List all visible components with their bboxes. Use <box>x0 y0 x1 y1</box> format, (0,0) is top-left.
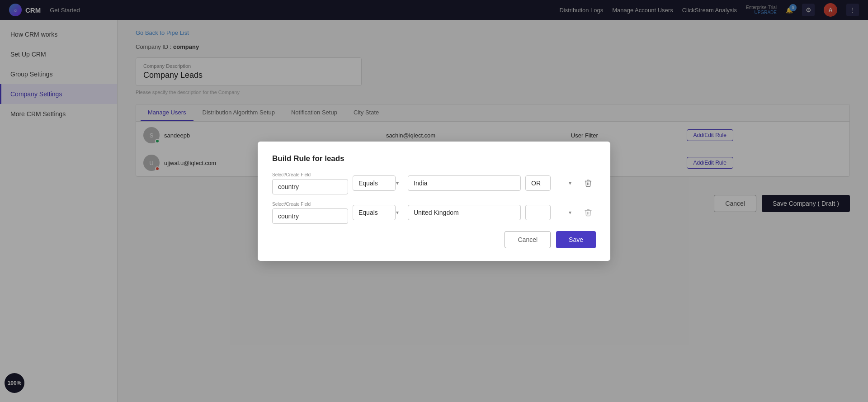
connector-select-wrap-2: OR AND <box>525 205 576 220</box>
rule-field-label-1: Select/Create Field <box>272 172 348 177</box>
connector-select-1[interactable]: OR AND <box>525 175 551 191</box>
rule-field-wrap-1: Select/Create Field <box>272 172 348 194</box>
modal-overlay: Build Rule for leads Select/Create Field… <box>0 0 868 402</box>
rule-field-input-1[interactable] <box>272 179 348 194</box>
rule-value-input-1[interactable] <box>408 175 521 191</box>
modal-save-button[interactable]: Save <box>556 231 596 248</box>
rule-value-input-2[interactable] <box>408 205 521 220</box>
modal-cancel-button[interactable]: Cancel <box>505 231 551 248</box>
rule-field-label-2: Select/Create Field <box>272 202 348 207</box>
trash-icon-1 <box>584 179 592 187</box>
operator-select-wrap-2: Equals Not Equals Contains <box>353 205 403 220</box>
connector-select-2[interactable]: OR AND <box>525 205 551 220</box>
delete-rule-btn-1[interactable] <box>580 177 596 189</box>
operator-select-2[interactable]: Equals Not Equals Contains <box>353 205 396 220</box>
delete-rule-btn-2[interactable] <box>580 207 596 218</box>
rule-row-2: Select/Create Field Equals Not Equals Co… <box>272 202 596 224</box>
trash-icon-2 <box>584 208 592 217</box>
operator-select-1[interactable]: Equals Not Equals Contains <box>353 175 396 191</box>
operator-select-wrap-1: Equals Not Equals Contains <box>353 175 403 191</box>
rule-field-wrap-2: Select/Create Field <box>272 202 348 224</box>
build-rule-modal: Build Rule for leads Select/Create Field… <box>258 142 610 261</box>
modal-title: Build Rule for leads <box>272 154 596 163</box>
connector-select-wrap-1: OR AND <box>525 175 576 191</box>
rule-field-input-2[interactable] <box>272 208 348 224</box>
modal-actions: Cancel Save <box>272 231 596 248</box>
rule-row-1: Select/Create Field Equals Not Equals Co… <box>272 172 596 194</box>
